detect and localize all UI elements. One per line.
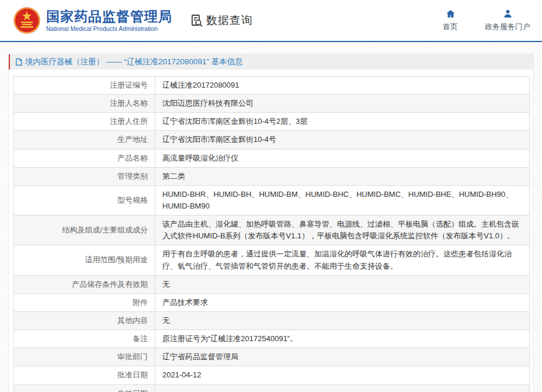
row-label: 批准日期 [14, 366, 155, 384]
row-label: 注册人住所 [14, 113, 155, 131]
nav-item-home[interactable]: 首页 [443, 9, 458, 32]
site-header: 国家药品监督管理局 National Medical Products Admi… [0, 0, 542, 42]
row-value: HUMID-BHR、HUMID-BH、HUMID-BM、HUMID-BHC、HU… [155, 185, 530, 215]
table-row: 生产地址辽宁省沈阳市浑南区金辉街10-4号 [14, 131, 530, 149]
data-query-label: 数据查询 [206, 13, 253, 28]
table-row: 注册证编号辽械注准20172080091 [14, 77, 530, 95]
site-title-cn: 国家药品监督管理局 [46, 9, 172, 24]
breadcrumb-text: 境内医疗器械（注册） —— “辽械注准20172080091” 基本信息 [25, 57, 243, 67]
table-row: 附件产品技术要求 [14, 293, 530, 311]
table-row: 型号规格HUMID-BHR、HUMID-BH、HUMID-BM、HUMID-BH… [14, 185, 530, 215]
nav-label-home: 首页 [443, 22, 458, 32]
row-label: 审批部门 [14, 348, 155, 366]
row-value: 辽宁省药品监督管理局 [155, 348, 530, 366]
row-label: 适用范围/预期用途 [14, 245, 155, 275]
row-label: 注册人名称 [14, 95, 155, 113]
breadcrumb: 境内医疗器械（注册） —— “辽械注准20172080091” 基本信息 [9, 54, 533, 70]
row-label: 生效日期 [14, 384, 155, 392]
site-title-block: 国家药品监督管理局 National Medical Products Admi… [46, 9, 172, 32]
table-row: 批准日期2021-04-12 [14, 366, 530, 384]
table-row: 注册人名称沈阳迈思医疗科技有限公司 [14, 95, 530, 113]
info-table-body: 注册证编号辽械注准20172080091注册人名称沈阳迈思医疗科技有限公司注册人… [14, 77, 530, 392]
table-row: 结构及组成/主要组成成分该产品由主机、湿化罐、加热呼吸管路、鼻塞导管、电源线、过… [14, 216, 530, 245]
row-value [155, 384, 530, 392]
table-row: 其他内容无 [14, 311, 530, 329]
row-label: 注册证编号 [14, 77, 155, 95]
row-label: 产品储存条件及有效期 [14, 275, 155, 293]
table-row: 注册人住所辽宁省沈阳市浑南区金辉街10-4号2层、3层 [14, 113, 530, 131]
table-row: 管理类别第二类 [14, 167, 530, 185]
row-label: 其他内容 [14, 311, 155, 329]
table-row: 生效日期 [14, 384, 530, 392]
row-label: 生产地址 [14, 131, 155, 149]
row-value: 第二类 [155, 167, 530, 185]
row-value: 无 [155, 311, 530, 329]
table-row: 审批部门辽宁省药品监督管理局 [14, 348, 530, 366]
national-emblem-logo [13, 6, 41, 34]
table-row: 适用范围/预期用途用于有自主呼吸的患者，通过提供一定流量、加温湿化的呼吸气体进行… [14, 245, 530, 275]
nav-label-portal: 政务服务门户 [485, 22, 530, 32]
row-value: 产品技术要求 [155, 293, 530, 311]
row-value: 该产品由主机、湿化罐、加热呼吸管路、鼻塞导管、电源线、过滤棉、平板电脑（选配）组… [155, 216, 530, 245]
nav-item-portal[interactable]: 政务服务门户 [485, 9, 530, 32]
content-card: 境内医疗器械（注册） —— “辽械注准20172080091” 基本信息 注册证… [8, 54, 534, 392]
row-value: 原注册证号为“辽械注准20172540091”。 [155, 330, 530, 348]
row-label: 备注 [14, 330, 155, 348]
row-value: 辽宁省沈阳市浑南区金辉街10-4号 [155, 131, 530, 149]
row-value: 用于有自主呼吸的患者，通过提供一定流量、加温湿化的呼吸气体进行有效的治疗。这些患… [155, 245, 530, 275]
data-query-icon [190, 13, 204, 27]
device-info-table: 注册证编号辽械注准20172080091注册人名称沈阳迈思医疗科技有限公司注册人… [13, 76, 530, 392]
row-value: 沈阳迈思医疗科技有限公司 [155, 95, 530, 113]
home-icon [446, 9, 456, 19]
row-label: 产品名称 [14, 149, 155, 167]
data-query-nav[interactable]: 数据查询 [190, 13, 253, 28]
row-value: 高流量呼吸湿化治疗仪 [155, 149, 530, 167]
document-icon [15, 58, 23, 66]
row-value: 无 [155, 275, 530, 293]
row-label: 附件 [14, 293, 155, 311]
row-value: 辽宁省沈阳市浑南区金辉街10-4号2层、3层 [155, 113, 530, 131]
row-label: 型号规格 [14, 185, 155, 215]
row-label: 结构及组成/主要组成成分 [14, 216, 155, 245]
table-row: 备注原注册证号为“辽械注准20172540091”。 [14, 330, 530, 348]
row-label: 管理类别 [14, 167, 155, 185]
row-value: 2021-04-12 [155, 366, 530, 384]
row-value: 辽械注准20172080091 [155, 77, 530, 95]
site-title-en: National Medical Products Administration [46, 25, 172, 32]
user-icon [503, 9, 513, 19]
table-row: 产品储存条件及有效期无 [14, 275, 530, 293]
table-row: 产品名称高流量呼吸湿化治疗仪 [14, 149, 530, 167]
